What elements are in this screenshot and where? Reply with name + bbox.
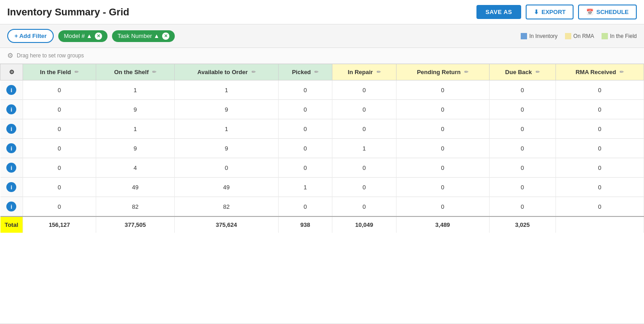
row-5-info-icon[interactable]: i: [6, 182, 16, 192]
legend-rma-color: [565, 33, 571, 39]
row-2-info-icon[interactable]: i: [6, 124, 16, 134]
row-0-pending_return: 0: [396, 80, 489, 100]
row-2-in_repair: 0: [332, 119, 396, 139]
legend-rma-label: On RMA: [574, 33, 594, 39]
col-available-label: Available to Order: [197, 69, 248, 75]
row-6-due_back: 0: [489, 197, 555, 217]
col-header-rma-received[interactable]: RMA Received ✏: [555, 64, 644, 80]
table-row: i0494910000: [0, 178, 644, 197]
row-4-available_to_order: 0: [175, 158, 278, 178]
schedule-button[interactable]: 📅 SCHEDULE: [578, 5, 637, 19]
row-5-in_repair: 0: [332, 178, 396, 197]
row-1-info-icon[interactable]: i: [6, 104, 16, 114]
row-4-pending_return: 0: [396, 158, 489, 178]
total-in-field: 156,127: [23, 216, 96, 233]
row-3-on_shelf: 9: [96, 139, 174, 158]
row-0-rma_received: 0: [555, 80, 644, 100]
col-due-back-label: Due Back: [505, 69, 532, 75]
row-5-available_to_order: 49: [175, 178, 278, 197]
gear-icon[interactable]: ⚙: [9, 69, 14, 75]
legend: In Inventory On RMA In the Field: [521, 33, 637, 39]
row-5-rma_received: 0: [555, 178, 644, 197]
legend-field: In the Field: [602, 33, 637, 39]
add-filter-button[interactable]: + Add Filter: [7, 29, 54, 43]
total-rma-received: [555, 216, 644, 233]
col-on-shelf-edit-icon: ✏: [152, 69, 156, 75]
total-pending-return: 3,489: [396, 216, 489, 233]
legend-field-color: [602, 33, 608, 39]
save-as-button[interactable]: SAVE AS: [476, 5, 521, 19]
col-pending-label: Pending Return: [417, 69, 461, 75]
col-header-picked[interactable]: Picked ✏: [278, 64, 332, 80]
export-button[interactable]: ⬇ EXPORT: [526, 5, 574, 19]
row-2-pending_return: 0: [396, 119, 489, 139]
row-0-due_back: 0: [489, 80, 555, 100]
total-on-shelf: 377,505: [96, 216, 174, 233]
col-in-field-label: In the Field: [40, 69, 71, 75]
data-table: ⚙ In the Field ✏ On the Shelf ✏: [0, 64, 644, 233]
row-2-on_shelf: 1: [96, 119, 174, 139]
legend-inventory: In Inventory: [521, 33, 558, 39]
row-6-rma_received: 0: [555, 197, 644, 217]
row-2-info: i: [0, 119, 23, 139]
filter-chip-model[interactable]: Model # ▲ ✕: [58, 30, 107, 42]
row-6-info-icon[interactable]: i: [6, 202, 16, 211]
row-4-rma_received: 0: [555, 158, 644, 178]
row-3-in_repair: 1: [332, 139, 396, 158]
row-2-rma_received: 0: [555, 119, 644, 139]
row-0-on_shelf: 1: [96, 80, 174, 100]
row-6-in_repair: 0: [332, 197, 396, 217]
legend-inventory-label: In Inventory: [529, 33, 558, 39]
row-1-in_field: 0: [23, 100, 96, 119]
table-row: i0828200000: [0, 197, 644, 217]
row-0-in_repair: 0: [332, 80, 396, 100]
row-1-available_to_order: 9: [175, 100, 278, 119]
row-1-rma_received: 0: [555, 100, 644, 119]
filter-chip-model-close[interactable]: ✕: [95, 33, 102, 40]
row-4-info-icon[interactable]: i: [6, 163, 16, 173]
legend-rma: On RMA: [565, 33, 594, 39]
row-1-picked: 0: [278, 100, 332, 119]
col-header-in-repair[interactable]: In Repair ✏: [332, 64, 396, 80]
col-in-repair-edit-icon: ✏: [377, 69, 381, 75]
row-1-on_shelf: 9: [96, 100, 174, 119]
row-4-picked: 0: [278, 158, 332, 178]
legend-inventory-color: [521, 33, 527, 39]
row-6-picked: 0: [278, 197, 332, 217]
table-row: i09901000: [0, 139, 644, 158]
row-3-info-icon[interactable]: i: [6, 143, 16, 153]
row-3-available_to_order: 9: [175, 139, 278, 158]
row-0-info-icon[interactable]: i: [6, 85, 16, 95]
col-header-on-shelf[interactable]: On the Shelf ✏: [96, 64, 174, 80]
col-on-shelf-label: On the Shelf: [114, 69, 149, 75]
row-4-due_back: 0: [489, 158, 555, 178]
col-header-in-field[interactable]: In the Field ✏: [23, 64, 96, 80]
row-1-due_back: 0: [489, 100, 555, 119]
row-5-on_shelf: 49: [96, 178, 174, 197]
row-3-in_field: 0: [23, 139, 96, 158]
row-0-available_to_order: 1: [175, 80, 278, 100]
col-header-due-back[interactable]: Due Back ✏: [489, 64, 555, 80]
filter-chip-task-close[interactable]: ✕: [162, 33, 169, 40]
filter-chip-task[interactable]: Task Number ▲ ✕: [112, 30, 175, 42]
total-picked: 938: [278, 216, 332, 233]
col-header-gear[interactable]: ⚙: [0, 64, 23, 80]
row-4-on_shelf: 4: [96, 158, 174, 178]
total-available: 375,624: [175, 216, 278, 233]
total-label: Total: [0, 216, 23, 233]
row-5-pending_return: 0: [396, 178, 489, 197]
row-4-in_repair: 0: [332, 158, 396, 178]
col-available-edit-icon: ✏: [252, 69, 256, 75]
col-header-available-to-order[interactable]: Available to Order ✏: [175, 64, 278, 80]
total-due-back: 3,025: [489, 216, 555, 233]
col-pending-edit-icon: ✏: [464, 69, 468, 75]
row-6-on_shelf: 82: [96, 197, 174, 217]
row-5-info: i: [0, 178, 23, 197]
col-in-field-edit-icon: ✏: [75, 69, 79, 75]
row-3-pending_return: 0: [396, 139, 489, 158]
col-header-pending-return[interactable]: Pending Return ✏: [396, 64, 489, 80]
row-0-info: i: [0, 80, 23, 100]
row-group-bar: ⚙ Drag here to set row groups: [0, 48, 644, 64]
total-in-repair: 10,049: [332, 216, 396, 233]
row-1-info: i: [0, 100, 23, 119]
